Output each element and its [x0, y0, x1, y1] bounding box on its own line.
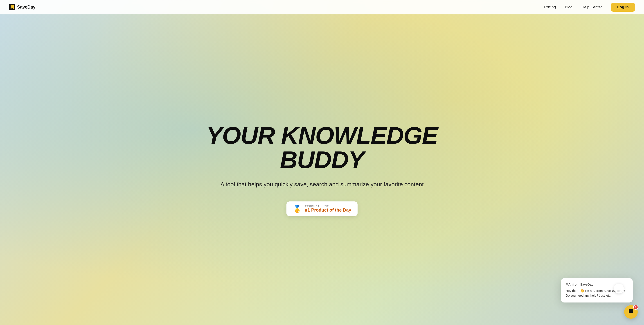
- nav: Pricing Blog Help Center Log in: [544, 3, 635, 12]
- chat-widget-icon: [628, 308, 634, 316]
- paw-icon: 🐾: [616, 286, 622, 291]
- product-hunt-badge[interactable]: 🥇 PRODUCT HUNT #1 Product of the Day: [286, 202, 358, 216]
- logo-text: SaveDay: [17, 4, 35, 10]
- message-icon: [628, 308, 634, 314]
- product-hunt-text: PRODUCT HUNT #1 Product of the Day: [305, 205, 351, 213]
- chat-bot-icon[interactable]: 🐾: [614, 284, 624, 294]
- nav-help-center[interactable]: Help Center: [582, 5, 602, 10]
- nav-pricing[interactable]: Pricing: [544, 5, 556, 10]
- login-button[interactable]: Log in: [611, 3, 635, 12]
- notification-badge: 1: [633, 305, 638, 310]
- medal-icon: 🥇: [293, 204, 302, 213]
- product-hunt-rank: #1 Product of the Day: [305, 208, 351, 213]
- logo[interactable]: SaveDay: [9, 4, 35, 10]
- hero-subtitle: A tool that helps you quickly save, sear…: [192, 180, 452, 189]
- header: SaveDay Pricing Blog Help Center Log in: [0, 0, 644, 14]
- hero-section: YOUR KNOWLEDGE BUDDY A tool that helps y…: [0, 0, 644, 325]
- product-hunt-label: PRODUCT HUNT: [305, 205, 329, 208]
- hero-title: YOUR KNOWLEDGE BUDDY: [192, 123, 452, 172]
- saveday-logo-icon: [9, 4, 15, 10]
- nav-blog[interactable]: Blog: [565, 5, 572, 10]
- svg-text:🐾: 🐾: [616, 286, 622, 291]
- chat-widget-button[interactable]: 1: [624, 305, 638, 319]
- hero-content: YOUR KNOWLEDGE BUDDY A tool that helps y…: [187, 123, 457, 216]
